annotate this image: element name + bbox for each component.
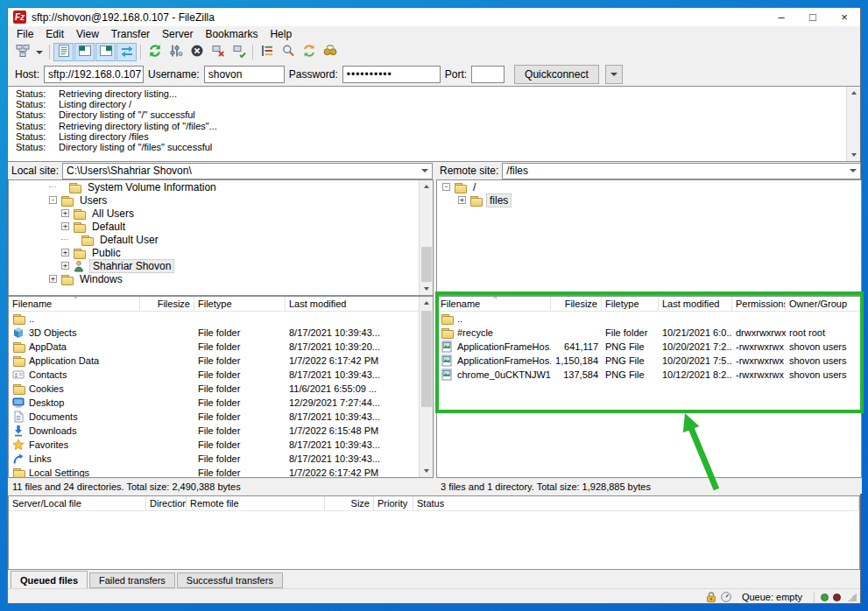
tree-item-selected[interactable]: files: [486, 193, 512, 207]
folder-icon: [73, 207, 86, 220]
remote-tree-icon: [99, 44, 113, 61]
speed-limits-icon[interactable]: [720, 591, 733, 603]
column-header-filename[interactable]: Filename^: [437, 297, 551, 311]
quickconnect-dropdown-button[interactable]: [605, 65, 623, 84]
quickconnect-button[interactable]: Quickconnect: [514, 65, 599, 84]
column-header-priority[interactable]: Priority: [374, 496, 413, 510]
tab-failed-transfers[interactable]: Failed transfers: [89, 572, 175, 588]
tree-item[interactable]: All Users: [89, 207, 137, 220]
minimize-button[interactable]: –: [766, 8, 797, 26]
local-tree-scrollbar[interactable]: [419, 180, 433, 295]
table-row[interactable]: ..: [9, 312, 433, 326]
synchronized-browsing-button[interactable]: [299, 43, 319, 61]
tree-item[interactable]: /: [470, 181, 478, 193]
column-header-filetype[interactable]: Filetype: [194, 297, 286, 311]
table-row[interactable]: #recycleFile folder10/21/2021 6:0...drwx…: [437, 326, 861, 340]
table-row[interactable]: 3D ObjectsFile folder8/17/2021 10:39:43.…: [9, 326, 433, 340]
tab-queued-files[interactable]: Queued files: [11, 571, 88, 588]
process-queue-button[interactable]: [166, 43, 186, 61]
site-manager-button[interactable]: [12, 43, 32, 61]
tree-item[interactable]: Windows: [77, 273, 125, 285]
table-row[interactable]: ApplicationFrameHos...1,150,184PNG File1…: [437, 354, 861, 368]
close-button[interactable]: ×: [829, 8, 860, 26]
column-header-direction[interactable]: Direction: [146, 496, 187, 510]
table-row[interactable]: chrome_0uCKTNJW1p...137,584PNG File10/12…: [437, 368, 861, 382]
cancel-operation-button[interactable]: [187, 43, 207, 61]
toggle-remote-tree-button[interactable]: [95, 43, 116, 61]
column-header-filesize[interactable]: Filesize: [551, 297, 602, 311]
green-indicator-icon: [821, 593, 829, 601]
host-input[interactable]: sftp://192.168.0.107: [44, 66, 144, 83]
table-row[interactable]: ..: [437, 312, 861, 326]
lock-icon[interactable]: [705, 591, 718, 603]
tree-item[interactable]: Users: [77, 194, 109, 207]
disconnect-button[interactable]: [208, 43, 228, 61]
filter-button[interactable]: [257, 43, 277, 61]
maximize-button[interactable]: □: [797, 8, 829, 26]
table-row[interactable]: ContactsFile folder8/17/2021 10:39:43...: [9, 368, 433, 382]
tree-item[interactable]: Public: [89, 247, 123, 259]
table-row[interactable]: Local SettingsFile folder1/7/2022 6:17:4…: [9, 466, 433, 478]
host-label: Host:: [15, 68, 39, 81]
tree-item[interactable]: System Volume Information: [85, 181, 219, 193]
table-row[interactable]: DownloadsFile folder1/7/2022 6:15:48 PM: [9, 424, 433, 438]
username-input[interactable]: shovon: [204, 66, 285, 83]
expander-plus-icon[interactable]: [61, 249, 69, 256]
expander-plus-icon[interactable]: [61, 209, 69, 217]
menu-file[interactable]: File: [11, 27, 39, 41]
table-row[interactable]: AppDataFile folder8/17/2021 10:39:20...: [9, 340, 433, 354]
tab-successful-transfers[interactable]: Successful transfers: [177, 572, 283, 588]
expander-minus-icon[interactable]: [49, 196, 57, 204]
log-scrollbar[interactable]: [846, 87, 860, 161]
column-header-size[interactable]: Size: [325, 496, 374, 510]
expander-plus-icon[interactable]: [458, 196, 466, 204]
refresh-button[interactable]: [145, 43, 165, 61]
table-row[interactable]: CookiesFile folder11/6/2021 6:55:09 ...: [9, 382, 433, 396]
menu-bookmarks[interactable]: Bookmarks: [199, 27, 264, 41]
local-site-combobox[interactable]: C:\Users\Shahriar Shovon\: [62, 163, 433, 179]
column-header-remote-file[interactable]: Remote file: [187, 496, 325, 510]
menu-help[interactable]: Help: [264, 27, 298, 41]
column-header-filename[interactable]: Filename^: [9, 297, 140, 311]
tree-item-selected[interactable]: Shahriar Shovon: [89, 259, 174, 273]
local-list-scrollbar[interactable]: [419, 297, 433, 477]
table-row[interactable]: LinksFile folder8/17/2021 10:39:43...: [9, 452, 433, 466]
column-header-permissions[interactable]: Permissions: [732, 297, 786, 311]
menu-server[interactable]: Server: [156, 27, 199, 41]
column-header-filetype[interactable]: Filetype: [602, 297, 659, 311]
title-bar[interactable]: Fz sftp://shovon@192.168.0.107 - FileZil…: [8, 8, 860, 26]
toggle-message-log-button[interactable]: [53, 43, 74, 61]
password-input[interactable]: ••••••••••: [342, 66, 441, 83]
resize-grip[interactable]: [848, 593, 857, 601]
tree-item[interactable]: Default: [89, 221, 128, 233]
tree-item[interactable]: Default User: [97, 234, 161, 246]
table-row[interactable]: ApplicationFrameHos...641,117PNG File10/…: [437, 340, 861, 354]
reconnect-button[interactable]: [229, 43, 249, 61]
column-header-filesize[interactable]: Filesize: [140, 297, 194, 311]
menu-view[interactable]: View: [70, 27, 105, 41]
expander-plus-icon[interactable]: [49, 275, 57, 283]
toggle-local-tree-button[interactable]: [74, 43, 95, 61]
menu-edit[interactable]: Edit: [39, 27, 70, 41]
column-header-server-local-file[interactable]: Server/Local file: [9, 496, 146, 510]
table-row[interactable]: DesktopFile folder12/29/2021 7:27:44...: [9, 396, 433, 410]
column-header-owner-group[interactable]: Owner/Group: [786, 297, 861, 311]
port-input[interactable]: [471, 66, 505, 83]
menu-transfer[interactable]: Transfer: [105, 27, 156, 41]
find-files-button[interactable]: [320, 43, 340, 61]
expander-minus-icon[interactable]: [442, 183, 450, 191]
column-header-last-modified[interactable]: Last modified: [286, 297, 433, 311]
column-header-status[interactable]: Status: [413, 496, 859, 510]
compare-directories-button[interactable]: [278, 43, 298, 61]
local-list-header: Filename^ Filesize Filetype Last modifie…: [9, 297, 433, 312]
folder-icon: [441, 327, 454, 339]
column-header-last-modified[interactable]: Last modified: [659, 297, 732, 311]
toggle-transfer-queue-button[interactable]: [116, 43, 137, 61]
table-row[interactable]: FavoritesFile folder8/17/2021 10:39:43..…: [9, 438, 433, 452]
site-manager-dropdown-button[interactable]: [33, 43, 46, 61]
expander-plus-icon[interactable]: [61, 262, 69, 270]
table-row[interactable]: Application DataFile folder1/7/2022 6:17…: [9, 354, 433, 368]
expander-plus-icon[interactable]: [61, 222, 69, 230]
remote-site-combobox[interactable]: /files: [502, 163, 861, 179]
table-row[interactable]: DocumentsFile folder8/17/2021 10:39:43..…: [9, 410, 433, 424]
